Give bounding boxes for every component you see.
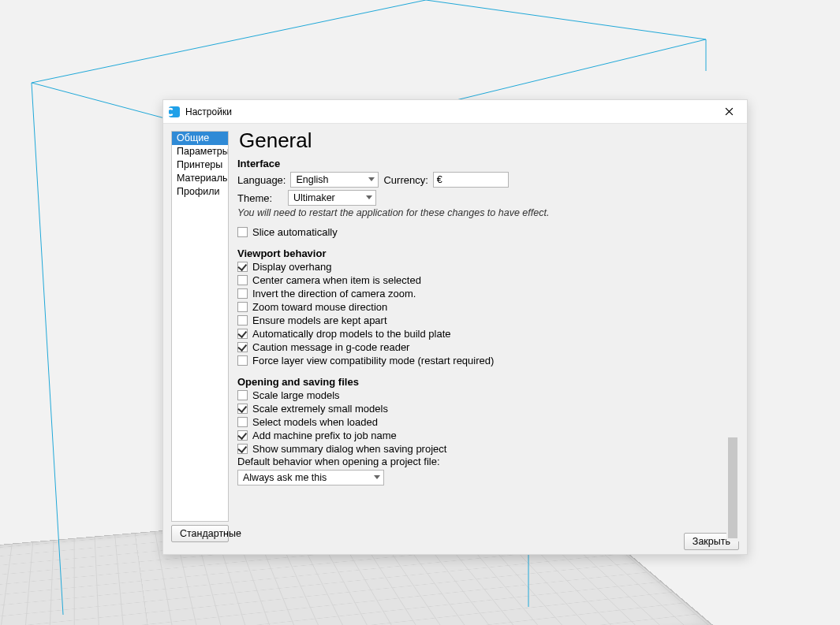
nav-column: ОбщиеПараметрыПринтерыМатериалыПрофили С… [163,124,233,554]
close-icon [725,107,734,116]
default-behavior-select[interactable]: Always ask me this [237,470,384,485]
theme-label: Theme: [237,192,283,204]
checkbox-label: Add machine prefix to job name [252,430,397,441]
viewport-checkbox-0[interactable]: Display overhang [237,261,739,273]
checkbox-label: Select models when loaded [252,416,378,428]
default-behavior-value: Always ask me this [243,472,327,483]
language-value: English [296,174,328,185]
checkbox-label: Caution message in g-code reader [252,341,409,353]
theme-select[interactable]: Ultimaker [288,190,376,206]
checkbox-box [237,288,248,299]
checkbox-box [237,342,248,352]
vertical-scrollbar[interactable] [726,177,739,541]
checkbox-label: Zoom toward mouse direction [252,301,387,313]
checkbox-box [237,355,248,366]
checkbox-label: Show summary dialog when saving project [252,443,446,455]
currency-label: Currency: [383,174,427,186]
chevron-down-icon [374,475,380,480]
close-button[interactable] [717,101,741,123]
viewport-checkbox-6[interactable]: Caution message in g-code reader [237,341,739,353]
checkbox-label: Automatically drop models to the build p… [252,328,450,340]
titlebar[interactable]: Настройки [163,100,747,124]
nav-item-параметры[interactable]: Параметры [172,145,228,158]
checkbox-box [237,444,248,454]
checkbox-label: Display overhang [252,261,331,273]
theme-value: Ultimaker [293,192,335,203]
scrollbar-thumb[interactable] [728,437,737,538]
svg-line-4 [32,83,63,615]
window-title: Настройки [185,106,232,117]
checkbox-box [237,417,248,427]
chevron-down-icon [368,177,375,182]
files-checkbox-3[interactable]: Add machine prefix to job name [237,430,739,441]
checkbox-box [237,315,248,326]
checkbox-box [237,227,248,237]
files-checkbox-2[interactable]: Select models when loaded [237,416,739,428]
viewport-checkbox-1[interactable]: Center camera when item is selected [237,274,739,286]
nav-item-общие[interactable]: Общие [172,132,228,145]
language-select[interactable]: English [290,172,379,188]
section-heading-interface: Interface [237,158,739,169]
checkbox-box [237,430,248,441]
app-icon [168,106,181,118]
checkbox-box [237,390,248,400]
restart-hint: You will need to restart the application… [237,207,739,218]
section-heading-viewport: Viewport behavior [237,247,739,259]
default-behavior-label: Default behavior when opening a project … [237,456,739,467]
checkbox-label: Ensure models are kept apart [252,314,387,326]
chevron-down-icon [366,195,372,200]
checkbox-label: Slice automatically [252,226,338,238]
checkbox-box [237,404,248,414]
svg-line-0 [32,0,426,83]
content-area: General Interface Language: English Curr… [233,124,747,554]
checkbox-box [237,302,248,312]
viewport-checkbox-5[interactable]: Automatically drop models to the build p… [237,328,739,340]
checkbox-label: Force layer view compatibility mode (res… [252,355,494,366]
checkbox-label: Center camera when item is selected [252,274,421,286]
viewport-checkbox-3[interactable]: Zoom toward mouse direction [237,301,739,313]
defaults-button[interactable]: Стандартные [171,525,229,542]
files-checkbox-4[interactable]: Show summary dialog when saving project [237,443,739,455]
currency-value: € [437,174,442,185]
language-label: Language: [237,174,286,186]
viewport-checkbox-4[interactable]: Ensure models are kept apart [237,314,739,326]
checkbox-label: Scale large models [252,389,340,401]
viewport-3d: Настройки ОбщиеПараметрыПринтерыМатериал… [0,0,840,625]
checkbox-slice-automatically[interactable]: Slice automatically [237,226,739,238]
currency-input[interactable]: € [433,172,509,188]
checkbox-box [237,329,248,339]
checkbox-label: Invert the direction of camera zoom. [252,288,416,299]
viewport-checkbox-7[interactable]: Force layer view compatibility mode (res… [237,355,739,366]
nav-item-материалы[interactable]: Материалы [172,172,228,185]
svg-line-1 [426,0,706,39]
files-checkbox-1[interactable]: Scale extremely small models [237,403,739,415]
checkbox-label: Scale extremely small models [252,403,388,415]
settings-dialog: Настройки ОбщиеПараметрыПринтерыМатериал… [162,99,748,555]
section-heading-files: Opening and saving files [237,376,739,388]
nav-item-принтеры[interactable]: Принтеры [172,158,228,172]
checkbox-box [237,275,248,285]
checkbox-box [237,262,248,272]
scroll-area[interactable]: General Interface Language: English Curr… [233,128,739,530]
nav-item-профили[interactable]: Профили [172,185,228,199]
files-checkbox-0[interactable]: Scale large models [237,389,739,401]
viewport-checkbox-2[interactable]: Invert the direction of camera zoom. [237,288,739,299]
page-title: General [239,128,739,153]
nav-list[interactable]: ОбщиеПараметрыПринтерыМатериалыПрофили [171,131,229,522]
